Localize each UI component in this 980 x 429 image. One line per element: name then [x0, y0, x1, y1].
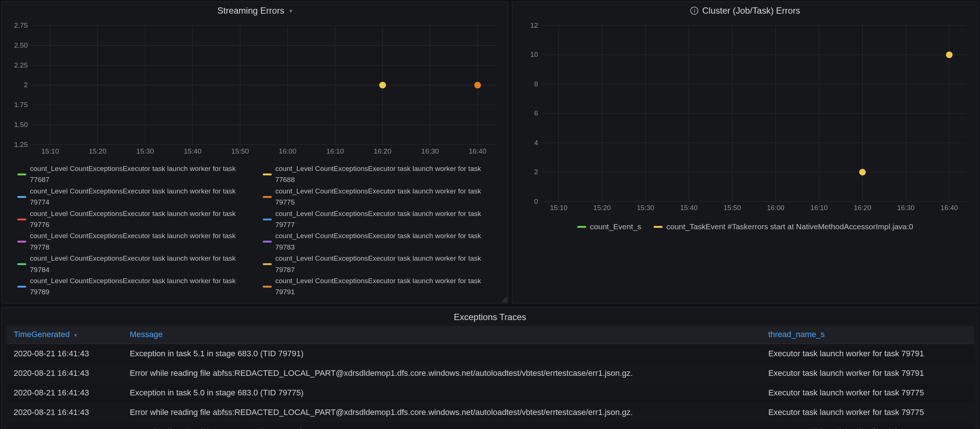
cell-message: Exception in task 5.1 in stage 683.0 (TI…	[122, 344, 761, 363]
col-header-threadname[interactable]: thread_name_s	[761, 326, 974, 344]
legend-label: count_Level CountExceptionsExecutor task…	[275, 208, 498, 231]
chevron-down-icon: ▾	[74, 332, 77, 338]
info-icon[interactable]: i	[690, 6, 698, 15]
legend-streaming: count_Level CountExceptionsExecutor task…	[2, 161, 508, 303]
cell-message: Exception in task 4.1 in stage 683.0 (TI…	[122, 422, 761, 429]
legend-swatch	[18, 218, 26, 220]
cell-thread: Executor task launch worker for task 797…	[761, 363, 974, 383]
legend-item[interactable]: count_Level CountExceptionsExecutor task…	[263, 253, 498, 276]
legend-item[interactable]: count_Level CountExceptionsExecutor task…	[18, 253, 253, 276]
svg-text:16:20: 16:20	[374, 147, 391, 155]
panel-title-text: Streaming Errors	[217, 6, 284, 16]
svg-text:10: 10	[530, 51, 538, 58]
legend-swatch	[18, 286, 26, 288]
panel-streaming-errors: Streaming Errors ▾ 1.251.501.7522.252.50…	[2, 2, 508, 303]
svg-text:16:20: 16:20	[854, 204, 871, 212]
col-header-label: TimeGenerated	[14, 330, 70, 339]
table-row[interactable]: 2020-08-21 16:41:43Exception in task 5.0…	[6, 383, 974, 402]
legend-item[interactable]: count_Level CountExceptionsExecutor task…	[18, 276, 253, 298]
panel-exceptions-traces: Exceptions Traces TimeGenerated ▾ Messag…	[2, 307, 978, 429]
svg-text:15:10: 15:10	[550, 204, 567, 212]
svg-text:16:10: 16:10	[326, 147, 344, 155]
cell-message: Error while reading file abfss:REDACTED_…	[122, 363, 761, 383]
svg-point-34	[379, 81, 386, 88]
col-header-label: thread_name_s	[768, 330, 825, 339]
legend-swatch	[263, 174, 272, 175]
cell-thread: Executor task launch worker for task 797…	[761, 422, 974, 429]
legend-label: count_Level CountExceptionsExecutor task…	[275, 186, 498, 208]
cell-thread: Executor task launch worker for task 797…	[761, 344, 974, 363]
svg-text:15:20: 15:20	[89, 147, 107, 155]
legend-item[interactable]: count_Level CountExceptionsExecutor task…	[18, 163, 253, 186]
legend-swatch	[263, 263, 272, 265]
svg-text:15:20: 15:20	[593, 204, 611, 212]
legend-item[interactable]: count_Level CountExceptionsExecutor task…	[263, 276, 498, 298]
table-row[interactable]: 2020-08-21 16:41:43Error while reading f…	[6, 363, 974, 383]
legend-item[interactable]: count_Level CountExceptionsExecutor task…	[18, 208, 253, 231]
svg-text:15:50: 15:50	[231, 147, 249, 155]
legend-swatch	[263, 286, 272, 288]
legend-swatch	[18, 241, 26, 242]
svg-point-71	[946, 51, 953, 58]
panel-title-cluster[interactable]: i Cluster (Job/Task) Errors	[512, 2, 978, 18]
col-header-message[interactable]: Message	[122, 326, 761, 344]
legend-swatch	[263, 196, 272, 198]
svg-text:15:30: 15:30	[136, 147, 154, 155]
table-row[interactable]: 2020-08-21 16:41:43Exception in task 5.1…	[6, 344, 974, 363]
svg-text:8: 8	[535, 80, 539, 88]
svg-text:2.50: 2.50	[14, 41, 28, 49]
col-header-label: Message	[130, 330, 162, 339]
svg-text:16:40: 16:40	[469, 147, 487, 155]
legend-item[interactable]: count_Level CountExceptionsExecutor task…	[18, 186, 253, 208]
legend-item[interactable]: count_TaskEvent #Taskerrors start at Nat…	[654, 220, 913, 233]
legend-label: count_Level CountExceptionsExecutor task…	[30, 208, 253, 231]
legend-item[interactable]: count_Level CountExceptionsExecutor task…	[263, 208, 498, 231]
svg-point-70	[859, 169, 866, 175]
svg-text:16:30: 16:30	[421, 147, 439, 155]
svg-text:2: 2	[535, 168, 539, 176]
chart-cluster[interactable]: 02468101215:1015:2015:3015:4015:5016:001…	[512, 18, 978, 217]
svg-text:1.75: 1.75	[14, 101, 28, 108]
legend-label: count_Level CountExceptionsExecutor task…	[30, 276, 253, 298]
table-row[interactable]: 2020-08-21 16:41:43Error while reading f…	[6, 402, 974, 422]
legend-swatch	[577, 226, 586, 228]
svg-text:4: 4	[535, 139, 539, 147]
exceptions-table: TimeGenerated ▾ Message thread_name_s 20…	[6, 326, 974, 429]
svg-text:0: 0	[535, 198, 539, 205]
svg-text:16:00: 16:00	[767, 204, 784, 212]
svg-text:15:50: 15:50	[724, 204, 741, 212]
legend-swatch	[263, 218, 272, 220]
svg-point-35	[474, 81, 481, 88]
legend-label: count_Level CountExceptionsExecutor task…	[30, 186, 253, 208]
legend-label: count_Event_s	[590, 220, 641, 233]
resize-handle-icon[interactable]	[502, 297, 507, 302]
cell-time: 2020-08-21 16:41:43	[6, 402, 123, 422]
legend-label: count_Level CountExceptionsExecutor task…	[275, 276, 498, 298]
cell-message: Error while reading file abfss:REDACTED_…	[122, 402, 761, 422]
legend-label: count_TaskEvent #Taskerrors start at Nat…	[666, 220, 913, 233]
cell-message: Exception in task 5.0 in stage 683.0 (TI…	[122, 383, 761, 402]
legend-item[interactable]: count_Level CountExceptionsExecutor task…	[263, 163, 498, 186]
legend-label: count_Level CountExceptionsExecutor task…	[275, 253, 498, 276]
panel-cluster-errors: i Cluster (Job/Task) Errors 02468101215:…	[512, 2, 978, 303]
cell-thread: Executor task launch worker for task 797…	[761, 383, 974, 402]
svg-text:15:40: 15:40	[680, 204, 698, 212]
panel-title-streaming[interactable]: Streaming Errors ▾	[2, 2, 508, 18]
legend-item[interactable]: count_Event_s	[577, 220, 641, 233]
chart-streaming[interactable]: 1.251.501.7522.252.502.7515:1015:2015:30…	[2, 18, 508, 161]
svg-text:16:10: 16:10	[811, 204, 828, 212]
legend-label: count_Level CountExceptionsExecutor task…	[30, 163, 253, 186]
panel-title-table[interactable]: Exceptions Traces	[2, 308, 978, 326]
legend-item[interactable]: count_Level CountExceptionsExecutor task…	[263, 230, 498, 253]
panel-title-text: Cluster (Job/Task) Errors	[702, 6, 800, 16]
legend-swatch	[18, 174, 26, 175]
legend-item[interactable]: count_Level CountExceptionsExecutor task…	[18, 230, 253, 253]
legend-item[interactable]: count_Level CountExceptionsExecutor task…	[263, 186, 498, 208]
legend-swatch	[263, 241, 272, 242]
cell-time: 2020-08-21 16:41:43	[6, 383, 123, 402]
legend-swatch	[18, 196, 26, 198]
legend-label: count_Level CountExceptionsExecutor task…	[30, 253, 253, 276]
col-header-timegenerated[interactable]: TimeGenerated ▾	[6, 326, 123, 344]
cell-time: 2020-08-21 16:41:43	[6, 363, 123, 383]
table-row[interactable]: 2020-08-21 16:41:42Exception in task 4.1…	[6, 422, 974, 429]
